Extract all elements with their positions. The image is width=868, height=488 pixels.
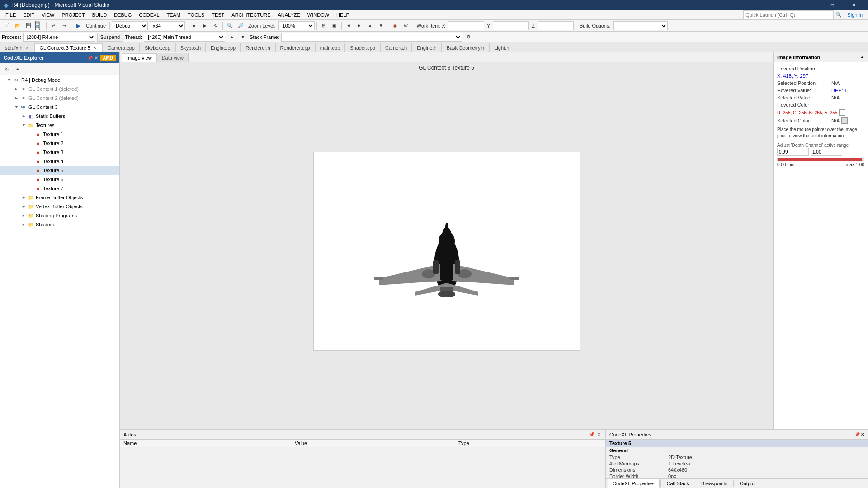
nav-btn2[interactable]: ►	[354, 21, 364, 31]
nav-btn4[interactable]: ▼	[376, 21, 386, 31]
arch-dropdown[interactable]: x64	[149, 21, 185, 30]
save-btn[interactable]: 💾	[24, 21, 33, 31]
autos-pin[interactable]: 📌	[588, 432, 595, 437]
menu-window[interactable]: WINDOW	[304, 10, 333, 20]
menu-analyze[interactable]: ANALYZE	[274, 10, 304, 20]
tab-basicgeometry-h[interactable]: BasicGeometry.h	[442, 43, 490, 52]
tab-engine-h[interactable]: Engine.h	[412, 43, 441, 52]
tree-item-textures[interactable]: ▼ 📁 Textures	[0, 121, 119, 130]
image-tab-view[interactable]: Image view	[122, 53, 157, 62]
tree-item-tex3[interactable]: ■ Texture 3	[0, 148, 119, 157]
menu-team[interactable]: TEAM	[163, 10, 184, 20]
tree-item-tex1[interactable]: ■ Texture 1	[0, 130, 119, 139]
tab-camera-cpp[interactable]: Camera.cpp	[103, 43, 140, 52]
tree-item-vbo[interactable]: ► 📁 Vertex Buffer Objects	[0, 202, 119, 211]
tree-item-gl-context-3[interactable]: ▼ GL GL Context 3	[0, 103, 119, 112]
menu-codexl[interactable]: CODEXL	[135, 10, 163, 20]
props-pin[interactable]: 📌	[854, 432, 860, 437]
menu-test[interactable]: TEST	[208, 10, 228, 20]
nav-btn3[interactable]: ▲	[365, 21, 375, 31]
color-btn[interactable]: ◉	[390, 21, 400, 31]
y-input[interactable]	[493, 21, 529, 30]
tab-close-gl[interactable]: ✕	[92, 45, 98, 51]
depth-slider-track[interactable]	[777, 158, 864, 161]
open-btn[interactable]: 📂	[13, 21, 23, 31]
image-tab-data[interactable]: Data view	[157, 53, 189, 62]
minimize-button[interactable]: −	[800, 0, 821, 10]
pin-icon[interactable]: 📌	[87, 56, 93, 61]
debug-btn3[interactable]: ↻	[211, 21, 221, 31]
props-close[interactable]: ✕	[861, 432, 864, 437]
thread-dropdown[interactable]: [4280] Main Thread	[144, 33, 225, 42]
depth-min-input[interactable]	[777, 148, 809, 156]
close-button[interactable]: ✕	[844, 0, 864, 10]
menu-file[interactable]: FILE	[2, 10, 19, 20]
tree-item-tex4[interactable]: ■ Texture 4	[0, 157, 119, 166]
sign-in-link[interactable]: Sign in	[844, 10, 866, 20]
tab-light-h[interactable]: Light.h	[489, 43, 514, 52]
build-dropdown[interactable]	[613, 21, 668, 30]
redo-btn[interactable]: ↪	[59, 21, 69, 31]
menu-debug[interactable]: DEBUG	[110, 10, 135, 20]
tree-item-static-buffers[interactable]: ► ◧ Static Buffers	[0, 112, 119, 121]
maximize-button[interactable]: ◻	[822, 0, 843, 10]
continue-btn[interactable]: ▶	[73, 21, 83, 31]
tree-item-fbo[interactable]: ► 📁 Frame Buffer Objects	[0, 193, 119, 202]
tab-gl-context-texture[interactable]: GL Context 3 Texture 5 ✕	[35, 43, 103, 52]
tab-camera-h[interactable]: Camera.h	[380, 43, 412, 52]
autos-close[interactable]: ✕	[596, 432, 602, 437]
menu-view[interactable]: VIEW	[38, 10, 58, 20]
sidebar-close-icon[interactable]: ✕	[94, 56, 98, 61]
menu-project[interactable]: PROJECT	[58, 10, 88, 20]
tab-shader-cpp[interactable]: Shader.cpp	[345, 43, 380, 52]
tree-item-tex7[interactable]: ■ Texture 7	[0, 184, 119, 193]
zoom-btn2[interactable]: 🔎	[236, 21, 245, 31]
channels-btn[interactable]: ▣	[330, 21, 340, 31]
tab-skybox-h[interactable]: Skybox.h	[175, 43, 206, 52]
debug-btn2[interactable]: ▶	[200, 21, 210, 31]
tab-close-stdafx[interactable]: ✕	[24, 45, 30, 51]
tree-item-debug-mode[interactable]: ▼ GL R4 | Debug Mode	[0, 75, 119, 84]
x-input[interactable]	[448, 21, 484, 30]
zoom-dropdown[interactable]: 100%	[278, 21, 315, 30]
save-all-btn[interactable]: 💾💾	[34, 21, 44, 31]
menu-build[interactable]: BUILD	[89, 10, 110, 20]
work-btn[interactable]: W	[401, 21, 411, 31]
quick-launch-input[interactable]	[743, 10, 834, 19]
sidebar-refresh-btn[interactable]: ↻	[2, 64, 12, 74]
image-info-collapse[interactable]: ◄	[860, 55, 864, 60]
tab-renderer-h[interactable]: Renderer.h	[241, 43, 275, 52]
props-tab-properties[interactable]: CodeXL Properties	[608, 479, 660, 488]
menu-help[interactable]: HELP	[333, 10, 353, 20]
process-dropdown[interactable]: [2884] R4.exe	[23, 33, 95, 42]
tree-item-shading[interactable]: ► 📁 Shading Programs	[0, 211, 119, 220]
tree-item-tex5[interactable]: ■ Texture 5	[0, 166, 119, 175]
new-btn[interactable]: 📄	[2, 21, 12, 31]
stack-dropdown[interactable]	[281, 33, 462, 42]
menu-tools[interactable]: TOOLS	[184, 10, 208, 20]
props-tab-output[interactable]: Output	[735, 479, 760, 488]
thread-btn2[interactable]: ▼	[238, 32, 248, 42]
tab-main-cpp[interactable]: main.cpp	[315, 43, 345, 52]
menu-architecture[interactable]: ARCHITECTURE	[228, 10, 274, 20]
z-input[interactable]	[538, 21, 574, 30]
tab-stdafx[interactable]: stdafx.h ✕	[0, 43, 35, 52]
tree-item-shaders[interactable]: ► 📁 Shaders	[0, 220, 119, 229]
props-tab-breakpoints[interactable]: Breakpoints	[696, 479, 732, 488]
menu-edit[interactable]: EDIT	[19, 10, 38, 20]
sidebar-expand-btn[interactable]: +	[13, 64, 23, 74]
debug-btn1[interactable]: ●	[189, 21, 199, 31]
props-tab-callstack[interactable]: Call Stack	[662, 479, 694, 488]
stack-settings[interactable]: ⚙	[464, 32, 474, 42]
zoom-btn1[interactable]: 🔍	[225, 21, 235, 31]
nav-btn1[interactable]: ◄	[344, 21, 354, 31]
tree-item-gl-context-1[interactable]: ► ■ GL Context 1 (deleted)	[0, 84, 119, 94]
grid-btn[interactable]: ⊞	[319, 21, 329, 31]
tree-item-tex6[interactable]: ■ Texture 6	[0, 175, 119, 184]
tree-item-tex2[interactable]: ■ Texture 2	[0, 139, 119, 148]
depth-max-input[interactable]	[811, 148, 842, 156]
debug-dropdown[interactable]: Debug	[112, 21, 148, 30]
suspend-button[interactable]: Suspend	[97, 33, 123, 42]
tab-engine-cpp[interactable]: Engine.cpp	[206, 43, 241, 52]
thread-btn1[interactable]: ▲	[227, 32, 237, 42]
